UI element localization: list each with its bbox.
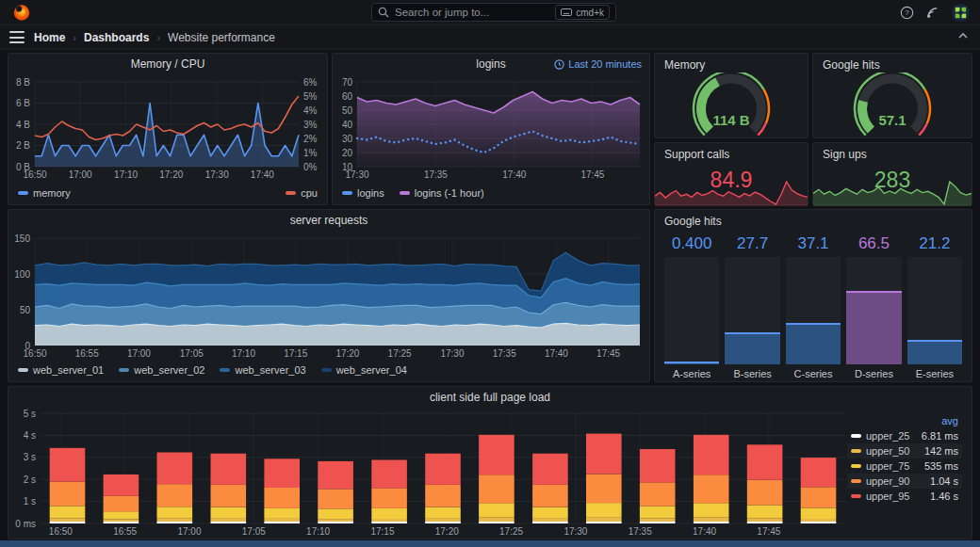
server-requests-legend: web_server_01 web_server_02 web_server_0…	[18, 362, 407, 378]
legend-item[interactable]: memory	[18, 185, 71, 201]
search-input[interactable]: Search or jump to... cmd+k	[371, 3, 616, 22]
breadcrumb-home[interactable]: Home	[34, 31, 65, 44]
stat-value: 84.9	[655, 168, 808, 193]
legend-item[interactable]: upper_50142 ms	[847, 443, 962, 459]
svg-text:17:10: 17:10	[306, 526, 330, 537]
svg-text:16:55: 16:55	[113, 526, 137, 537]
legend-item[interactable]: upper_901.04 s	[847, 474, 962, 489]
svg-text:17:00: 17:00	[69, 169, 92, 180]
bottom-accent-strip	[0, 540, 980, 547]
panel-title[interactable]: Google hits	[664, 215, 722, 228]
svg-text:0 ms: 0 ms	[15, 519, 36, 529]
legend-item[interactable]: web_server_04	[321, 362, 407, 378]
svg-text:6%: 6%	[303, 77, 318, 88]
memory-cpu-legend: memory cpu	[18, 185, 318, 201]
panel-title[interactable]: server requests	[8, 210, 649, 231]
server-requests-chart[interactable]: 05010015016:5016:5517:0017:0517:1017:151…	[8, 233, 649, 361]
svg-text:40: 40	[342, 120, 353, 130]
legend-item[interactable]: logins (-1 hour)	[400, 185, 484, 201]
svg-text:50: 50	[20, 305, 31, 315]
bar-gauge-label: B-series	[725, 364, 779, 381]
bar-gauge-column[interactable]: 0.400 A-series	[664, 233, 719, 381]
menu-toggle-icon[interactable]	[9, 31, 24, 43]
svg-text:17:45: 17:45	[596, 348, 620, 359]
panel-logins: logins Last 20 minutes 1020304050607017:…	[332, 53, 650, 205]
svg-text:30: 30	[342, 134, 353, 144]
panel-memory-gauge: Memory 114 B	[654, 53, 808, 138]
panel-title[interactable]: Sign ups	[823, 148, 867, 161]
bar-gauge-label: C-series	[786, 364, 841, 381]
svg-text:17:30: 17:30	[345, 169, 368, 180]
keyboard-icon	[561, 8, 572, 16]
bar-gauge-column[interactable]: 66.5 D-series	[846, 233, 901, 381]
logins-legend: logins logins (-1 hour)	[342, 185, 484, 201]
legend-item[interactable]: upper_951.46 s	[847, 489, 962, 504]
svg-text:?: ?	[905, 8, 909, 17]
chevron-up-icon[interactable]	[957, 30, 969, 41]
time-range-badge[interactable]: Last 20 minutes	[554, 54, 642, 74]
legend-item[interactable]: upper_256.81 ms	[847, 428, 962, 443]
svg-text:1%: 1%	[303, 148, 318, 158]
svg-text:20: 20	[342, 148, 353, 158]
search-icon	[378, 7, 389, 18]
svg-text:17:05: 17:05	[242, 526, 266, 537]
client-load-chart[interactable]: 0 ms1 s2 s3 s4 s5 s16:5016:5517:0017:051…	[8, 408, 972, 539]
google-hits-gauge[interactable]: 57.1	[813, 72, 972, 137]
bar-gauge-column[interactable]: 37.1 C-series	[786, 233, 841, 381]
panel-title[interactable]: client side full page load	[8, 387, 972, 408]
svg-text:17:30: 17:30	[205, 169, 229, 180]
panel-client-load: client side full page load 0 ms1 s2 s3 s…	[8, 386, 972, 539]
bar-gauge-track	[907, 257, 962, 364]
breadcrumb-dashboards[interactable]: Dashboards	[84, 31, 149, 44]
svg-text:16:50: 16:50	[49, 526, 73, 537]
legend-item[interactable]: web_server_03	[220, 362, 305, 378]
bar-gauge-label: E-series	[907, 364, 962, 381]
svg-text:17:40: 17:40	[693, 526, 716, 537]
svg-text:5 s: 5 s	[24, 409, 36, 419]
svg-text:17:30: 17:30	[440, 348, 464, 359]
svg-text:17:00: 17:00	[127, 348, 151, 359]
panel-title[interactable]: Support calls	[664, 148, 729, 161]
svg-text:17:45: 17:45	[580, 169, 604, 180]
memory-cpu-chart[interactable]: 0 B2 B4 B6 B8 B0%1%2%3%4%5%6%16:5017:001…	[8, 76, 327, 182]
legend-item[interactable]: upper_75535 ms	[847, 459, 962, 474]
google-hits-bargauge[interactable]: 0.400 A-series 27.7 B-series 37.1 C-seri…	[664, 233, 962, 381]
panel-memory-cpu: Memory / CPU 0 B2 B4 B6 B8 B0%1%2%3%4%5%…	[8, 53, 328, 205]
svg-text:114 B: 114 B	[712, 112, 749, 128]
news-rss-icon[interactable]	[925, 6, 939, 20]
panel-title[interactable]: Memory	[664, 58, 705, 72]
user-avatar[interactable]	[951, 3, 971, 23]
help-icon[interactable]: ?	[900, 6, 914, 20]
svg-text:70: 70	[342, 77, 353, 88]
stat-value: 283	[813, 168, 972, 193]
client-load-legend: avg upper_256.81 ms upper_50142 ms upper…	[847, 413, 962, 504]
grafana-logo-icon[interactable]	[12, 3, 31, 22]
svg-text:50: 50	[342, 105, 353, 116]
svg-text:17:30: 17:30	[564, 526, 587, 537]
legend-item[interactable]: web_server_02	[119, 362, 204, 378]
svg-text:17:00: 17:00	[177, 526, 201, 537]
panel-title[interactable]: Memory / CPU	[8, 54, 327, 74]
breadcrumb-current: Website performance	[168, 31, 275, 44]
svg-text:17:20: 17:20	[159, 169, 183, 180]
logins-chart[interactable]: 1020304050607017:3017:3517:4017:45	[333, 76, 649, 182]
panel-title[interactable]: Google hits	[823, 58, 880, 72]
memory-gauge[interactable]: 114 B	[655, 72, 808, 137]
svg-text:17:40: 17:40	[251, 169, 274, 180]
svg-text:8 B: 8 B	[16, 77, 30, 88]
panel-server-requests: server requests 05010015016:5016:5517:00…	[8, 209, 650, 382]
chevron-right-icon: ›	[156, 32, 160, 43]
legend-item[interactable]: cpu	[286, 185, 318, 201]
legend-header: avg	[847, 413, 962, 428]
svg-text:17:40: 17:40	[502, 169, 526, 180]
legend-item[interactable]: logins	[342, 185, 384, 201]
bar-gauge-column[interactable]: 27.7 B-series	[725, 233, 779, 381]
svg-text:17:20: 17:20	[435, 526, 459, 537]
svg-text:1 s: 1 s	[24, 496, 36, 507]
bar-gauge-column[interactable]: 21.2 E-series	[907, 233, 962, 381]
legend-item[interactable]: web_server_01	[18, 362, 104, 378]
svg-text:6 B: 6 B	[16, 98, 30, 108]
nav-bar: Home › Dashboards › Website performance	[0, 25, 980, 50]
bar-gauge-track	[725, 257, 779, 364]
svg-text:16:50: 16:50	[23, 169, 46, 180]
